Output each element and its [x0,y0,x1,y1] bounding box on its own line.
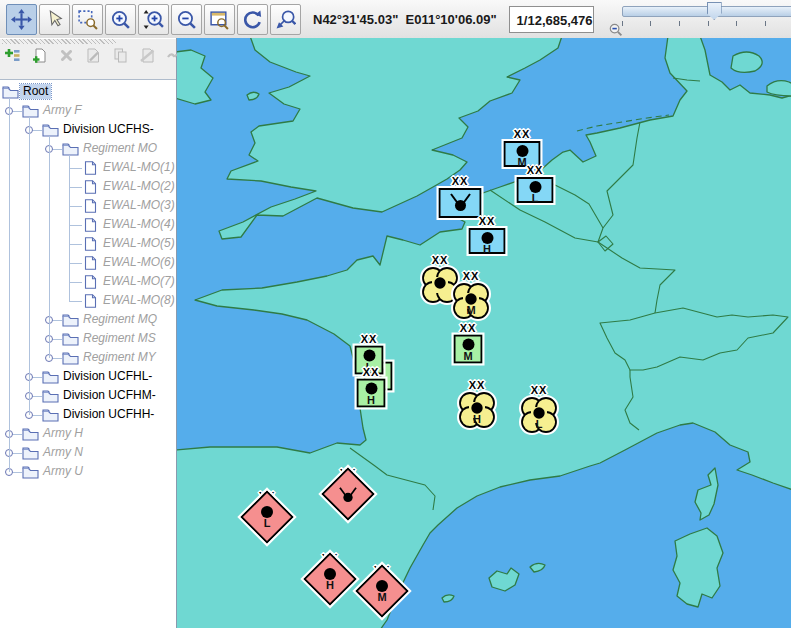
tree-item-regiment-mq[interactable]: Regiment MQ [0,311,176,330]
tree-item-label[interactable]: EWAL-MO(6) [100,255,176,270]
unit-rect-ew[interactable]: XX [439,188,482,218]
document-icon [82,161,99,175]
unit-diamond-l[interactable]: XXL [248,498,286,536]
map-canvas[interactable]: XXXXMXXLXXHXXXXMXXLXXHXXMXXHXXLXXXXLXXHX… [177,38,791,628]
zoom-slider[interactable] [608,0,791,38]
tree-item-regiment-my[interactable]: Regiment MY [0,349,176,368]
unit-tree[interactable]: RootArmy FDivision UCFHS-Regiment MOEWAL… [0,80,176,628]
unit-diamond-m[interactable]: XXM [363,572,401,610]
unit-diamond-h[interactable]: XXH [311,560,349,598]
unit-dot [471,402,482,413]
tree-item-ewal-mo-7[interactable]: EWAL-MO(7) [0,273,176,292]
coordinate-readout: N42°31'45.03" E011°10'06.09" [313,12,497,27]
document-icon [82,256,99,270]
tree-item-label[interactable]: EWAL-MO(2) [100,179,176,194]
tree-item-label[interactable]: Regiment MS [80,331,159,346]
tree-item-army-f[interactable]: Army F [0,102,176,121]
document-icon [82,218,99,232]
tree-item-label[interactable]: EWAL-MO(1) [100,160,176,175]
zoom-in-icon [110,9,131,30]
tree-item-label[interactable]: Regiment MQ [80,312,160,327]
tree-guide-line [9,98,10,472]
zoom-select-button[interactable] [270,4,301,35]
unit-clover-m[interactable]: XXM [451,283,491,323]
select-button[interactable] [39,4,70,35]
tree-item-label[interactable]: Army F [40,103,85,118]
tree-item-label[interactable]: EWAL-MO(3) [100,198,176,213]
zoom-in-button[interactable] [105,4,136,35]
unit-clover-l[interactable]: XXL [519,397,559,437]
tree-item-label[interactable]: Division UCFHS- [60,122,157,137]
tree-item-ewal-mo-5[interactable]: EWAL-MO(5) [0,235,176,254]
tree-item-division-ucfhm[interactable]: Division UCFHM- [0,387,176,406]
tree-item-label[interactable]: Division UCFHH- [60,407,157,422]
unit-diamond-ew[interactable]: XX [329,475,367,513]
refresh-button[interactable] [237,4,268,35]
tree-item-army-h[interactable]: Army H [0,425,176,444]
tree-item-army-u[interactable]: Army U [0,463,176,482]
pan-button[interactable] [6,4,37,35]
tree-item-label[interactable]: EWAL-MO(8) [100,293,176,308]
tree-item-army-n[interactable]: Army N [0,444,176,463]
tree-item-ewal-mo-6[interactable]: EWAL-MO(6) [0,254,176,273]
tree-item-root[interactable]: Root [0,83,176,102]
tree-item-ewal-mo-3[interactable]: EWAL-MO(3) [0,197,176,216]
tree-item-ewal-mo-1[interactable]: EWAL-MO(1) [0,159,176,178]
echelon-label: XX [517,164,554,176]
tree-item-label[interactable]: Army U [40,464,86,479]
tree-item-division-ucfhs[interactable]: Division UCFHS- [0,121,176,140]
unit-rect-h[interactable]: XXH [469,228,506,254]
zoom-slider-thumb[interactable] [707,2,722,20]
tree-guide-stub [69,206,82,207]
echelon-label: XX [439,175,482,187]
document-icon [82,275,99,289]
unit-clover-h[interactable]: XXH [457,392,497,432]
tree-item-division-ucfhl[interactable]: Division UCFHL- [0,368,176,387]
tree-item-label[interactable]: Division UCFHL- [60,369,155,384]
diamond-content: M [365,574,399,608]
tree-item-label[interactable]: Army N [40,445,86,460]
tree-item-division-ucfhh[interactable]: Division UCFHH- [0,406,176,425]
tree-item-label[interactable]: Root [20,84,51,99]
size-letter: H [326,580,334,591]
tree-item-regiment-mo[interactable]: Regiment MO [0,140,176,159]
folder-icon [42,123,59,137]
zoom-area-button[interactable] [72,4,103,35]
tree-item-label[interactable]: Army H [40,426,86,441]
zoom-out-button[interactable] [171,4,202,35]
tree-item-label[interactable]: EWAL-MO(7) [100,274,176,289]
unit-rect-l[interactable]: XXL [517,177,554,203]
tree-item-ewal-mo-2[interactable]: EWAL-MO(2) [0,178,176,197]
add-item-button[interactable] [32,46,47,64]
diamond-content: L [250,500,284,534]
tree-item-regiment-ms[interactable]: Regiment MS [0,330,176,349]
unit-square-m[interactable]: XXM [454,335,483,364]
unit-square-h[interactable]: XXH [357,379,386,408]
tree-item-label[interactable]: EWAL-MO(4) [100,217,176,232]
zoom-fit-button[interactable] [138,4,169,35]
document-icon [82,294,99,308]
folder-icon [42,370,59,384]
scale-field[interactable]: 1/12,685,476 [509,6,594,33]
tree-item-label[interactable]: Regiment MY [80,350,159,365]
tree-toolbar [0,39,176,80]
tree-toolbar-grip[interactable] [2,39,116,44]
tree-item-ewal-mo-8[interactable]: EWAL-MO(8) [0,292,176,311]
unit-dot [376,580,388,592]
zoom-out-mini-icon[interactable] [609,23,623,37]
clover-shape: M [451,283,491,323]
unit-dot [261,506,273,518]
tree-item-label[interactable]: EWAL-MO(5) [100,236,176,251]
tree-item-label[interactable]: Division UCFHM- [60,388,159,403]
zoom-out-icon [176,9,197,30]
cut-icon [140,48,155,63]
add-branch-button[interactable] [5,46,20,64]
echelon-label: XX [357,366,386,378]
tree-item-ewal-mo-4[interactable]: EWAL-MO(4) [0,216,176,235]
tree-guide-stub [69,244,82,245]
edit-button [86,46,101,64]
overview-window-button[interactable] [204,4,235,35]
zoom-slider-track[interactable] [622,6,791,17]
order-of-battle-panel: RootArmy FDivision UCFHS-Regiment MOEWAL… [0,38,177,628]
tree-item-label[interactable]: Regiment MO [80,141,160,156]
